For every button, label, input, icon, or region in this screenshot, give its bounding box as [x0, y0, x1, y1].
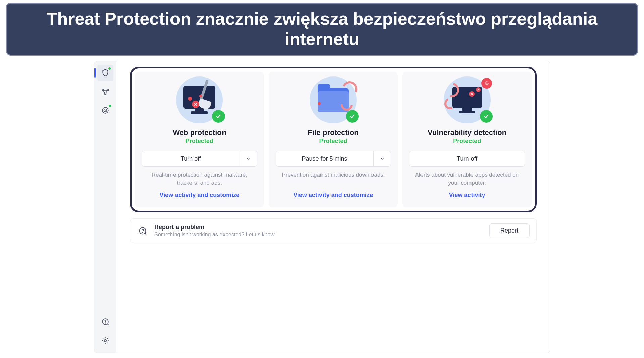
skull-icon: ☠ [481, 78, 492, 89]
svg-point-0 [102, 89, 104, 91]
pause-button[interactable]: Pause for 5 mins [276, 151, 374, 167]
check-icon [346, 110, 359, 123]
svg-point-2 [104, 93, 106, 95]
gear-icon [101, 336, 110, 345]
report-problem-row: Report a problem Something isn't working… [130, 218, 537, 243]
card-description: Alerts about vulnerable apps detected on… [409, 171, 525, 187]
card-status: Protected [319, 138, 347, 145]
sidebar-item-network[interactable] [97, 84, 113, 100]
vulnerability-illustration: ✕ ✕ ☠ [444, 76, 491, 123]
view-activity-link[interactable]: View activity [449, 192, 485, 199]
report-button[interactable]: Report [489, 223, 530, 238]
sidebar-item-help[interactable] [97, 314, 113, 330]
card-action-row: Turn off [409, 151, 525, 167]
card-status: Protected [186, 138, 213, 145]
svg-point-1 [107, 89, 109, 91]
svg-point-5 [105, 323, 105, 323]
view-activity-link[interactable]: View activity and customize [293, 192, 373, 199]
card-description: Real-time protection against malware, tr… [142, 171, 257, 187]
web-protection-illustration: ✕ [176, 76, 223, 123]
card-web-protection: ✕ Web protection Protected Turn off Real… [135, 72, 264, 207]
card-file-protection: File protection Protected Pause for 5 mi… [269, 72, 398, 207]
card-description: Prevention against malicious downloads. [282, 171, 385, 187]
main-content: ✕ Web protection Protected Turn off Real… [116, 61, 550, 353]
nodes-icon [101, 87, 110, 96]
card-action-row: Pause for 5 mins [276, 151, 391, 167]
card-title: Vulnerability detection [428, 128, 506, 137]
sidebar-item-scan[interactable] [97, 102, 113, 118]
banner: Threat Protection znacznie zwiększa bezp… [6, 3, 638, 56]
view-activity-link[interactable]: View activity and customize [159, 192, 239, 199]
card-action-row: Turn off [142, 151, 257, 167]
help-bubble-icon [101, 317, 110, 326]
report-subtitle: Something isn't working as expected? Let… [154, 232, 483, 238]
report-title: Report a problem [154, 224, 483, 231]
card-status: Protected [453, 138, 481, 145]
status-dot-icon [108, 104, 112, 108]
sidebar [94, 61, 116, 353]
svg-point-7 [143, 232, 143, 232]
status-dot-icon [108, 67, 111, 70]
action-dropdown-button[interactable] [374, 151, 391, 167]
sidebar-item-settings[interactable] [97, 333, 113, 349]
banner-text: Threat Protection znacznie zwiększa bezp… [20, 9, 624, 49]
card-vulnerability-detection: ✕ ✕ ☠ Vulnerability detection Protected … [402, 72, 532, 207]
card-title: Web protection [172, 128, 226, 137]
check-icon [480, 110, 493, 123]
help-bubble-icon [137, 225, 148, 237]
card-title: File protection [308, 128, 359, 137]
chevron-down-icon [380, 156, 385, 161]
check-icon [212, 110, 225, 123]
sidebar-item-protection[interactable] [97, 65, 113, 81]
app-window: ✕ Web protection Protected Turn off Real… [94, 61, 550, 353]
protection-cards-highlight: ✕ Web protection Protected Turn off Real… [130, 67, 537, 212]
file-protection-illustration [310, 76, 357, 123]
turn-off-button[interactable]: Turn off [409, 151, 525, 167]
chevron-down-icon [246, 156, 251, 161]
svg-point-6 [104, 340, 106, 342]
turn-off-button[interactable]: Turn off [142, 151, 240, 167]
action-dropdown-button[interactable] [240, 151, 257, 167]
radar-icon [101, 106, 110, 115]
